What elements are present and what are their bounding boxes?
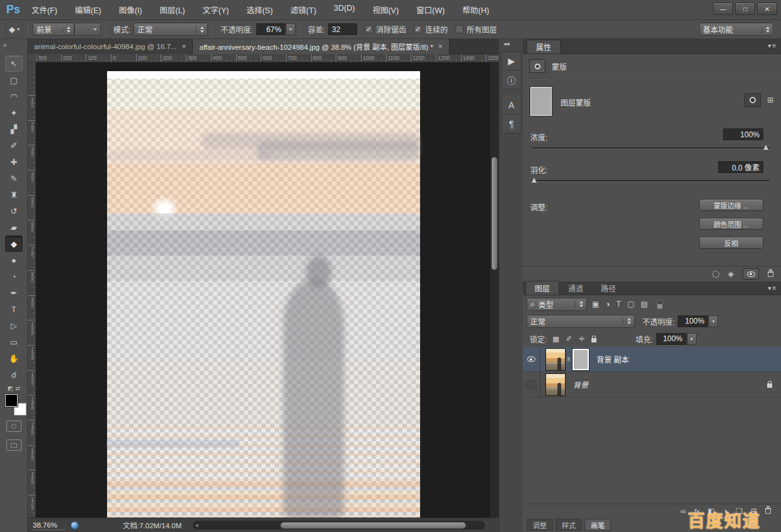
current-tool-chip[interactable]: ◆ ▾ — [5, 22, 23, 37]
swap-colors-icon[interactable]: ⇄ — [15, 385, 20, 392]
layer-name[interactable]: 背景 — [573, 379, 588, 390]
opacity-dropdown-button[interactable]: ▾ — [709, 315, 718, 327]
filter-type-select[interactable]: ⌕ 类型 — [527, 298, 587, 311]
menu-item[interactable]: 视图(V) — [372, 4, 399, 16]
apply-mask-icon[interactable]: ◈ — [728, 269, 734, 278]
delete-mask-icon[interactable] — [768, 271, 773, 277]
contiguous-option[interactable]: ✓ 连续的 — [414, 24, 448, 35]
tab-brush[interactable]: 画笔 — [584, 519, 611, 531]
blend-mode-select[interactable]: 正常 — [527, 315, 635, 328]
move-tool[interactable]: ↖ — [5, 55, 23, 72]
tab-channels[interactable]: 通道 — [559, 281, 592, 295]
horizontal-scrollbar-thumb[interactable] — [280, 522, 466, 529]
load-selection-icon[interactable] — [712, 271, 719, 278]
feather-slider[interactable] — [532, 178, 770, 184]
visibility-cell[interactable] — [523, 372, 540, 397]
checkbox-checked-icon[interactable]: ✓ — [365, 25, 373, 33]
vertical-scrollbar-thumb[interactable] — [491, 157, 498, 270]
tab-paths[interactable]: 路径 — [592, 281, 625, 295]
character-panel-button[interactable]: A — [501, 96, 522, 115]
checkbox-unchecked-icon[interactable] — [455, 25, 464, 33]
layer-row-background-copy[interactable]: ∞ 背景 副本 — [523, 347, 781, 372]
fill-input[interactable]: 100% — [656, 333, 687, 345]
zoom-tool[interactable]: ☌ — [5, 366, 23, 383]
mask-visibility-button[interactable] — [743, 268, 759, 280]
pen-tool[interactable]: ✒ — [5, 285, 23, 301]
eyedropper-tool[interactable]: ✐ — [5, 137, 23, 154]
feather-slider-thumb[interactable] — [532, 178, 537, 183]
filter-smart-object-icon[interactable]: ▤ — [641, 300, 647, 308]
tab-properties[interactable]: 属性 — [527, 40, 561, 54]
spot-healing-tool[interactable]: ✚ — [5, 154, 23, 170]
document-canvas[interactable] — [107, 71, 420, 518]
paint-bucket-tool[interactable]: ◆ — [5, 235, 23, 252]
panel-menu-icon[interactable]: ▾ ≡ — [768, 285, 776, 291]
density-input[interactable]: 100% — [723, 128, 763, 140]
layer-name[interactable]: 背景 副本 — [596, 354, 629, 365]
close-icon[interactable]: × — [181, 42, 186, 51]
vector-mask-icon[interactable]: ⊞ — [767, 96, 773, 105]
tab-adjustments[interactable]: 调整 — [527, 519, 553, 531]
foreground-color-swatch[interactable] — [5, 394, 18, 407]
marquee-tool[interactable]: ▢ — [5, 72, 23, 88]
filter-adjustment-layers-icon[interactable]: ◑ — [605, 300, 610, 308]
visibility-cell[interactable] — [523, 347, 540, 371]
zoom-level-field[interactable]: 38.76% — [31, 520, 66, 530]
layer-thumbnail[interactable] — [545, 348, 566, 371]
filter-type-layers-icon[interactable]: T — [617, 300, 621, 308]
menu-item[interactable]: 图层(L) — [159, 4, 185, 16]
menu-item[interactable]: 选择(S) — [246, 4, 273, 16]
vertical-scrollbar[interactable] — [489, 62, 499, 518]
menu-item[interactable]: 文件(F) — [31, 4, 57, 16]
close-button[interactable]: ✕ — [757, 3, 777, 15]
minimize-button[interactable]: — — [713, 3, 733, 15]
dock-collapse-icon[interactable]: ◀◀ — [503, 42, 509, 47]
filter-shape-layers-icon[interactable]: ▢ — [627, 300, 634, 308]
menu-item[interactable]: 图像(I) — [119, 4, 142, 16]
type-tool[interactable]: T — [5, 301, 23, 317]
brush-tool[interactable]: ✎ — [5, 170, 23, 186]
all-layers-option[interactable]: 所有图层 — [455, 24, 497, 35]
pattern-picker[interactable] — [74, 23, 101, 36]
delete-layer-icon[interactable] — [765, 508, 771, 514]
layer-row-background[interactable]: 背景 — [523, 372, 781, 397]
tab-styles[interactable]: 样式 — [556, 519, 582, 531]
tab-layers[interactable]: 图层 — [525, 281, 559, 295]
vertical-ruler[interactable]: 1002003004005006007008009001000110012001… — [28, 62, 36, 518]
menu-item[interactable]: 滤镜(T) — [290, 4, 316, 16]
hand-tool[interactable]: ✋ — [5, 350, 23, 366]
layer-mask-thumbnail[interactable] — [530, 87, 552, 116]
lasso-tool[interactable]: ◠ — [5, 88, 23, 105]
quick-mask-button[interactable] — [6, 421, 21, 432]
fill-dropdown-button[interactable]: ▾ — [687, 333, 697, 345]
layer-mask-thumbnail[interactable] — [573, 349, 589, 370]
paragraph-panel-button[interactable]: ¶ — [501, 115, 522, 133]
layer-opacity-input[interactable]: 100% — [678, 315, 708, 327]
pixel-mask-icon[interactable] — [744, 93, 761, 107]
filter-pixel-layers-icon[interactable]: ▣ — [592, 300, 599, 308]
scroll-left-icon[interactable]: ◂ — [195, 522, 198, 528]
workspace-select[interactable]: 基本功能 — [699, 23, 773, 36]
layer-thumbnail[interactable] — [545, 373, 566, 396]
crop-tool[interactable]: ▞ — [5, 121, 23, 137]
density-slider[interactable] — [532, 145, 770, 151]
quick-selection-tool[interactable]: ✦ — [5, 105, 23, 121]
horizontal-scrollbar[interactable]: ◂ — [193, 521, 485, 529]
eraser-tool[interactable]: ▰ — [5, 219, 23, 235]
dodge-tool[interactable]: ◔ — [5, 268, 23, 285]
canvas-workspace[interactable] — [36, 62, 489, 518]
menu-item[interactable]: 编辑(E) — [75, 4, 101, 16]
link-layers-icon[interactable]: ∞ — [680, 507, 686, 516]
screen-mode-button[interactable] — [6, 439, 21, 451]
menu-item[interactable]: 文字(Y) — [203, 4, 229, 16]
document-tab-active[interactable]: affair-anniversary-beach-1024984.jpg @ 3… — [193, 39, 449, 54]
shape-tool[interactable]: ▭ — [5, 334, 23, 350]
blur-tool[interactable]: ● — [5, 252, 23, 268]
document-tab-inactive[interactable]: animal-colorful-colourful-40984.jpg @ 16… — [28, 39, 193, 54]
mode-select[interactable]: 正常 — [134, 23, 208, 36]
lock-all-icon[interactable] — [591, 338, 596, 342]
mask-link-icon[interactable]: ∞ — [566, 357, 573, 361]
lock-pixels-icon[interactable]: ✐ — [566, 335, 572, 343]
menu-item[interactable]: 3D(D) — [334, 4, 355, 16]
toolbox-collapse-icon[interactable]: » — [3, 42, 7, 48]
